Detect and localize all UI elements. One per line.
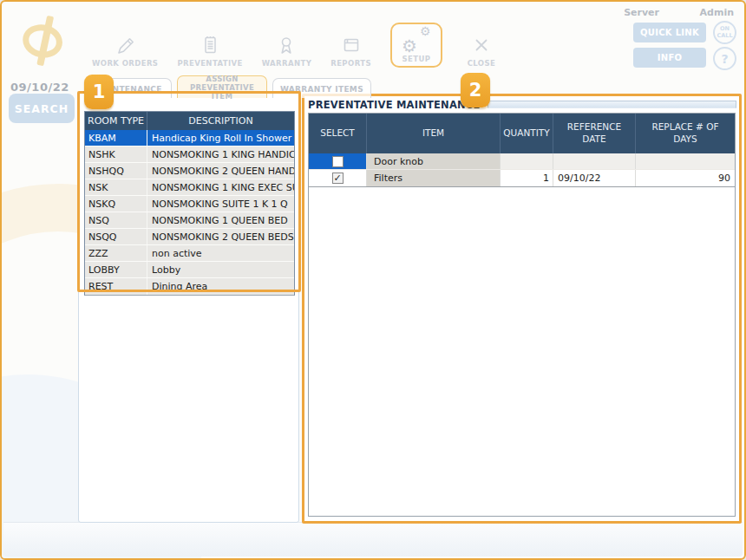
reference-date-cell: 09/10/22 — [553, 170, 636, 186]
gears-icon: ⚙⚙ — [401, 29, 432, 51]
room-type-cell: ZZZ — [85, 245, 147, 261]
table-row[interactable]: ✓ Filters 1 09/10/22 90 — [309, 170, 735, 186]
description-column-header: DESCRIPTION — [147, 112, 294, 130]
pm-grid-header: SELECT ITEM QUANTITY REFERENCE DATE REPL… — [309, 114, 735, 153]
help-button[interactable]: ? — [713, 47, 736, 70]
item-cell: Door knob — [367, 153, 501, 169]
tab-warranty-items[interactable]: WARRANTY ITEMS — [272, 78, 371, 98]
room-desc-cell: Dining Area — [147, 281, 294, 292]
room-type-column-header: ROOM TYPE — [85, 112, 147, 130]
table-row[interactable]: REST Dining Area — [85, 278, 294, 295]
search-button[interactable]: SEARCH — [9, 94, 75, 123]
tab-bar: MAINTENANCE ASSIGN PREVENTATIVE ITEM WAR… — [85, 75, 371, 98]
toolbar-item-close[interactable]: CLOSE — [461, 35, 501, 68]
phi-logo — [16, 11, 74, 72]
row-checkbox[interactable]: ✓ — [332, 173, 344, 184]
tab-assign-preventative-item[interactable]: ASSIGN PREVENTATIVE ITEM — [177, 75, 267, 98]
table-row[interactable]: NSK NONSMOKING 1 KING EXEC SUITE — [85, 179, 294, 196]
window-footer — [3, 522, 743, 557]
pm-grid-body: Door knob ✓ Filters 1 09/10/22 90 — [309, 153, 735, 187]
preventative-maintenance-panel: PREVENTATIVE MAINTENANCE SELECT ITEM QUA… — [302, 94, 742, 524]
toolbar-item-reports[interactable]: REPORTS — [330, 35, 371, 68]
server-label: Server — [624, 7, 659, 18]
table-row[interactable]: NSKQ NONSMOKING SUITE 1 K 1 Q — [85, 196, 294, 212]
toolbar-item-label: WARRANTY — [262, 59, 312, 68]
toolbar-item-label: WORK ORDERS — [92, 59, 158, 68]
pm-title-row: PREVENTATIVE MAINTENANCE — [304, 96, 739, 111]
main-toolbar: WORK ORDERS PREVENTATIVE WARRANTY REPORT… — [92, 23, 501, 68]
room-type-cell: REST — [85, 278, 147, 295]
item-cell: Filters — [367, 170, 501, 186]
quantity-cell: 1 — [501, 170, 553, 186]
table-row[interactable]: NSQQ NONSMOKING 2 QUEEN BEDS — [85, 229, 294, 245]
room-type-cell: LOBBY — [85, 262, 147, 277]
select-cell: ✓ — [309, 170, 367, 186]
room-table-header: ROOM TYPE DESCRIPTION — [85, 112, 294, 130]
room-desc-cell: NONSMOKING 2 QUEEN HANDICAP — [147, 166, 294, 177]
toolbar-item-warranty[interactable]: WARRANTY — [262, 35, 312, 68]
room-type-cell: KBAM — [85, 130, 147, 146]
room-desc-cell: Handicap King Roll In Shower — [147, 133, 294, 144]
item-column-header: ITEM — [367, 114, 501, 153]
room-desc-cell: non active — [147, 248, 294, 259]
room-type-cell: NSK — [85, 179, 147, 195]
room-desc-cell: NONSMOKING SUITE 1 K 1 Q — [147, 199, 294, 210]
toolbar-item-work-orders[interactable]: WORK ORDERS — [92, 35, 158, 68]
close-icon — [471, 35, 492, 55]
on-call-button[interactable]: ON CALL — [713, 21, 736, 44]
select-cell — [309, 153, 367, 169]
room-desc-cell: NONSMOKING 1 KING EXEC SUITE — [147, 182, 294, 193]
toolbar-item-label: REPORTS — [330, 59, 371, 68]
room-type-cell: NSHQQ — [85, 163, 147, 179]
room-type-cell: NSHK — [85, 147, 147, 162]
replace-days-cell: 90 — [636, 170, 735, 186]
quick-link-button[interactable]: QUICK LINK — [633, 23, 706, 42]
table-row[interactable]: Door knob — [309, 153, 735, 170]
quantity-cell — [501, 153, 553, 169]
room-desc-cell: NONSMOKING 2 QUEEN BEDS — [147, 231, 294, 243]
current-date: 09/10/22 — [10, 81, 69, 94]
award-icon — [276, 35, 297, 55]
room-type-cell: NSKQ — [85, 196, 147, 212]
callout-badge-2: 2 — [461, 73, 490, 107]
clipboard-icon — [200, 35, 220, 55]
pm-title-strip — [488, 101, 736, 108]
table-row[interactable]: NSQ NONSMOKING 1 QUEEN BED — [85, 212, 294, 229]
table-row[interactable]: NSHQQ NONSMOKING 2 QUEEN HANDICAP — [85, 163, 294, 179]
pencil-icon — [115, 35, 135, 55]
toolbar-item-setup[interactable]: ⚙⚙ SETUP — [390, 23, 442, 68]
window-icon — [341, 35, 362, 55]
room-type-cell: NSQQ — [85, 229, 147, 244]
table-row[interactable]: LOBBY Lobby — [85, 262, 294, 278]
quantity-column-header: QUANTITY — [501, 114, 553, 153]
app-window: WORK ORDERS PREVENTATIVE WARRANTY REPORT… — [0, 0, 746, 560]
pm-panel-title: PREVENTATIVE MAINTENANCE — [308, 99, 481, 111]
toolbar-item-label: PREVENTATIVE — [177, 59, 242, 68]
room-desc-cell: NONSMOKING 1 QUEEN BED — [147, 215, 294, 226]
toolbar-item-label: CLOSE — [468, 59, 496, 68]
replace-days-column-header: REPLACE # OF DAYS — [636, 114, 735, 153]
callout-badge-1: 1 — [84, 75, 114, 109]
row-checkbox[interactable] — [332, 156, 344, 167]
room-type-cell: NSQ — [85, 212, 147, 228]
room-table-body: KBAM Handicap King Roll In Shower NSHK N… — [85, 130, 294, 295]
info-button[interactable]: INFO — [633, 48, 706, 68]
table-row[interactable]: ZZZ non active — [85, 245, 294, 262]
toolbar-item-preventative[interactable]: PREVENTATIVE — [177, 35, 242, 68]
table-row[interactable]: NSHK NONSMOKING 1 KING HANDICAP — [85, 147, 294, 163]
replace-days-cell — [636, 153, 735, 169]
table-row[interactable]: KBAM Handicap King Roll In Shower — [85, 130, 294, 147]
reference-date-cell — [553, 153, 636, 169]
pm-grid: SELECT ITEM QUANTITY REFERENCE DATE REPL… — [308, 113, 736, 517]
room-desc-cell: Lobby — [147, 264, 294, 276]
room-type-table: ROOM TYPE DESCRIPTION KBAM Handicap King… — [84, 111, 295, 296]
reference-date-column-header: REFERENCE DATE — [553, 114, 636, 153]
select-column-header: SELECT — [309, 114, 367, 153]
room-desc-cell: NONSMOKING 1 KING HANDICAP — [147, 149, 294, 160]
admin-label: Admin — [700, 7, 734, 18]
